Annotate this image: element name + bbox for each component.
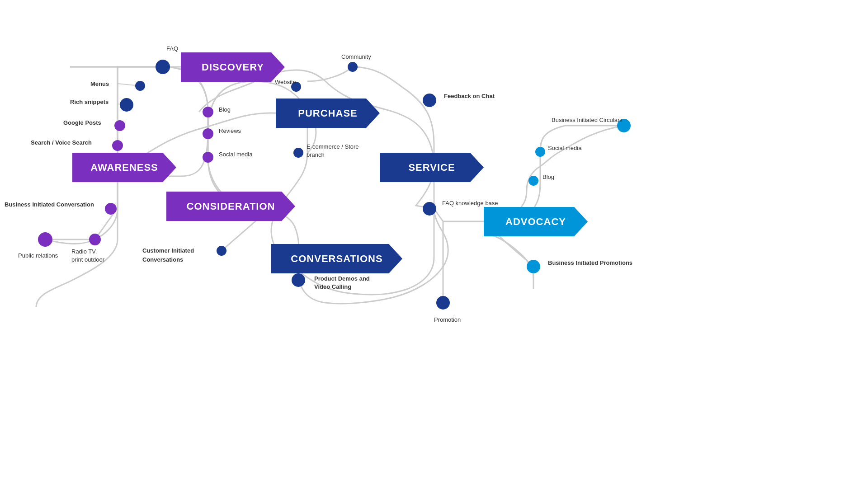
socialmedia1-label: Social media: [219, 151, 252, 158]
productdemos-dot: [292, 273, 305, 287]
promotion-label: Promotion: [434, 316, 461, 323]
ecommerce-label: E-commerce / Storebranch: [307, 143, 359, 159]
reviews-dot: [203, 128, 213, 139]
bizcirculars-label: Business Initiated Circulars: [552, 117, 623, 123]
feedbackchat-label: Feedback on Chat: [444, 93, 495, 99]
bic-label: Business Initiated Conversation: [5, 201, 94, 208]
searchvoice-label: Search / Voice Search: [31, 139, 92, 146]
customer-initiated-dot: [217, 246, 226, 256]
publicrelations-dot: [38, 232, 52, 247]
radiotv-dot: [89, 234, 101, 245]
promotion-dot: [436, 296, 450, 310]
consideration-stage: CONSIDERATION: [166, 192, 295, 221]
searchvoice-dot: [112, 140, 123, 151]
faqknowledge-label: FAQ knowledge base: [442, 200, 498, 206]
purchase-stage: PURCHASE: [276, 99, 380, 128]
service-stage: SERVICE: [380, 153, 484, 182]
bic-dot: [105, 203, 117, 215]
connector-lines: [0, 0, 868, 488]
blog-dot: [203, 107, 213, 117]
website-label: Website: [275, 79, 296, 85]
socialmedia2-dot: [535, 147, 545, 157]
blog-label: Blog: [219, 106, 231, 113]
bizpromotions-label: Business Initiated Promotions: [548, 259, 632, 266]
menus-label: Menus: [90, 80, 109, 87]
blog2-label: Blog: [542, 174, 554, 180]
feedbackchat-dot: [423, 94, 436, 107]
advocacy-stage: ADVOCACY: [484, 207, 588, 236]
productdemos-label: Product Demos andVideo Calling: [314, 275, 370, 291]
ecommerce-dot: [293, 148, 303, 158]
conversations-stage: CONVERSATIONS: [271, 244, 402, 273]
diagram: AWARENESS DISCOVERY CONSIDERATION PURCHA…: [0, 0, 868, 488]
googleposts-label: Google Posts: [63, 119, 101, 126]
publicrelations-label: Public relations: [18, 252, 58, 259]
socialmedia1-dot: [203, 152, 213, 163]
awareness-stage: AWARENESS: [72, 153, 176, 182]
faq-dot: [156, 60, 170, 74]
bizpromotions-dot: [527, 260, 540, 273]
customer-initiated-label: Customer InitiatedConversations: [142, 246, 194, 264]
blog2-dot: [528, 176, 538, 186]
discovery-stage: DISCOVERY: [181, 52, 285, 82]
faq-label: FAQ: [166, 45, 178, 52]
googleposts-dot: [114, 120, 125, 131]
faqknowledge-dot: [423, 202, 436, 216]
community-dot: [348, 62, 358, 72]
richsnippets-dot: [120, 98, 133, 112]
socialmedia2-label: Social media: [548, 145, 581, 151]
radiotv-label: Radio TV,print outdoor: [71, 248, 104, 264]
richsnippets-label: Rich snippets: [70, 99, 108, 105]
reviews-label: Reviews: [219, 127, 241, 134]
menus-dot: [135, 81, 145, 91]
community-label: Community: [341, 53, 371, 60]
